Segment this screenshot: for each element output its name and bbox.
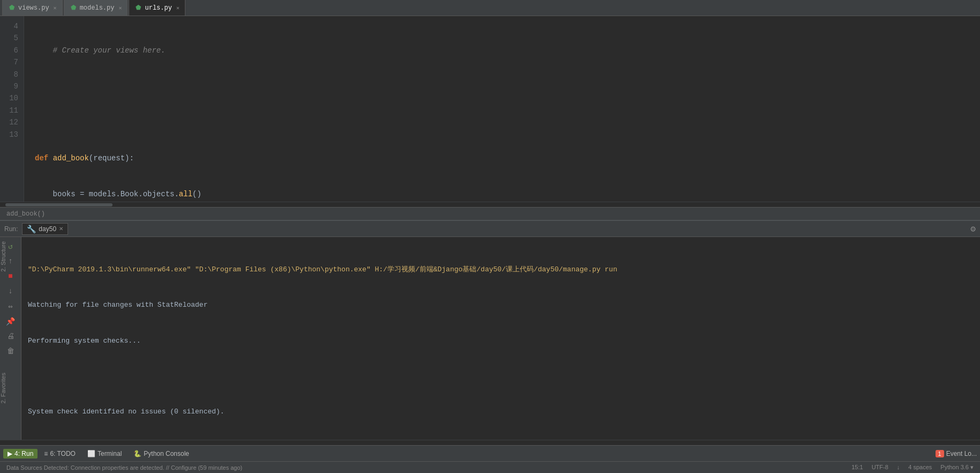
urls-py-icon: ⬟: [134, 4, 142, 12]
soft-wrap-button[interactable]: ⇔: [4, 300, 18, 312]
code-content[interactable]: # Create your views here. def add_book(r…: [24, 16, 980, 202]
run-label: Run:: [4, 225, 18, 233]
sidebar-favorites-label[interactable]: 2. Favorites: [0, 373, 6, 403]
output-line-1: "D:\PyCharm 2019.1.3\bin\runnerw64.exe" …: [28, 264, 974, 276]
run-tab-icon: 🔧: [27, 225, 36, 233]
event-log-icon: 1: [936, 450, 944, 457]
code-line-6: [35, 116, 980, 128]
breadcrumb-text: add_book(): [6, 210, 45, 218]
todo-label: 6: TODO: [50, 450, 76, 457]
run-output[interactable]: "D:\PyCharm 2019.1.3\bin\runnerw64.exe" …: [21, 237, 980, 440]
code-line-4: # Create your views here.: [35, 45, 980, 56]
pin-button[interactable]: 📌: [4, 315, 18, 327]
output-line-4: [28, 371, 974, 382]
run-tab-day50[interactable]: 🔧 day50 ✕: [22, 223, 68, 235]
python-console-label: Python Console: [144, 450, 189, 457]
run-toolbar: Run: 🔧 day50 ✕ ⚙: [0, 221, 980, 237]
line-numbers: 4 5 6 7 8 9 10 11 12 13: [0, 16, 24, 202]
event-log-label: Event Lo...: [946, 450, 977, 457]
output-line-5: System check identified no issues (0 sil…: [28, 406, 974, 418]
tab-urls-close[interactable]: ✕: [176, 5, 179, 11]
python-console-icon: 🐍: [133, 450, 141, 457]
status-bar: Data Sources Detected: Connection proper…: [0, 461, 980, 473]
run-tab-close[interactable]: ✕: [59, 226, 63, 232]
code-line-7: def add_book(request):: [35, 152, 980, 164]
play-icon: ▶: [8, 450, 12, 457]
run-button[interactable]: ▶ 4: Run: [3, 449, 38, 459]
code-editor[interactable]: 4 5 6 7 8 9 10 11 12 13 # Create your vi…: [0, 16, 980, 202]
run-tab-label: day50: [39, 225, 56, 233]
stop-button[interactable]: ■: [4, 270, 18, 282]
todo-button[interactable]: ≡ 6: TODO: [39, 448, 81, 459]
terminal-icon: ⬜: [87, 450, 95, 457]
line-sep-label: ↓: [897, 464, 900, 471]
breadcrumb-bar: add_book(): [0, 207, 980, 220]
tab-urls-label: urls.py: [145, 4, 171, 12]
run-button-label: 4: Run: [14, 450, 33, 457]
scroll-down-button[interactable]: ↓: [4, 285, 18, 297]
todo-icon: ≡: [44, 450, 48, 457]
tab-views[interactable]: ⬟ views.py ✕: [2, 0, 63, 16]
editor-h-scrollbar[interactable]: [0, 202, 980, 207]
tab-views-label: views.py: [18, 4, 49, 12]
tab-models[interactable]: ⬟ models.py ✕: [64, 0, 128, 16]
cursor-position: 15:1: [851, 464, 863, 471]
editor-tab-bar: ⬟ views.py ✕ ⬟ models.py ✕ ⬟ urls.py ✕: [0, 0, 980, 16]
code-line-5: [35, 80, 980, 92]
tab-models-label: models.py: [80, 4, 115, 12]
clear-button[interactable]: 🗑: [4, 345, 18, 357]
views-py-icon: ⬟: [8, 4, 16, 12]
tab-urls[interactable]: ⬟ urls.py ✕: [129, 0, 185, 16]
encoding-label: UTF-8: [872, 464, 888, 471]
tab-views-close[interactable]: ✕: [54, 5, 57, 11]
terminal-button[interactable]: ⬜ Terminal: [82, 448, 127, 459]
python-version-label[interactable]: Python 3.6 ▾: [940, 464, 974, 471]
run-panel: Run: 🔧 day50 ✕ ⚙ ↺ ↑ ■ ↓ ⇔ 📌 🖨 🗑 "D:\PyC…: [0, 220, 980, 445]
event-log-button[interactable]: 1 Event Lo...: [936, 450, 977, 457]
gear-icon[interactable]: ⚙: [970, 224, 976, 234]
terminal-label: Terminal: [98, 450, 122, 457]
spaces-label: 4 spaces: [908, 464, 932, 471]
editor-area: 4 5 6 7 8 9 10 11 12 13 # Create your vi…: [0, 16, 980, 220]
sidebar-structure-label[interactable]: 2. Structure: [0, 241, 6, 272]
tab-models-close[interactable]: ✕: [118, 5, 122, 11]
run-h-scrollbar[interactable]: [0, 440, 980, 445]
python-console-button[interactable]: 🐍 Python Console: [128, 448, 194, 459]
run-body: ↺ ↑ ■ ↓ ⇔ 📌 🖨 🗑 "D:\PyCharm 2019.1.3\bin…: [0, 237, 980, 440]
code-line-8: books = models.Book.objects.all(): [35, 188, 980, 200]
bottom-toolbar: ▶ 4: Run ≡ 6: TODO ⬜ Terminal 🐍 Python C…: [0, 445, 980, 461]
output-line-2: Watching for file changes with StatReloa…: [28, 299, 974, 311]
output-line-3: Performing system checks...: [28, 335, 974, 347]
status-text: Data Sources Detected: Connection proper…: [6, 464, 242, 471]
editor-h-scrollbar-thumb[interactable]: [5, 203, 113, 206]
print-button[interactable]: 🖨: [4, 330, 18, 342]
models-py-icon: ⬟: [70, 4, 77, 12]
